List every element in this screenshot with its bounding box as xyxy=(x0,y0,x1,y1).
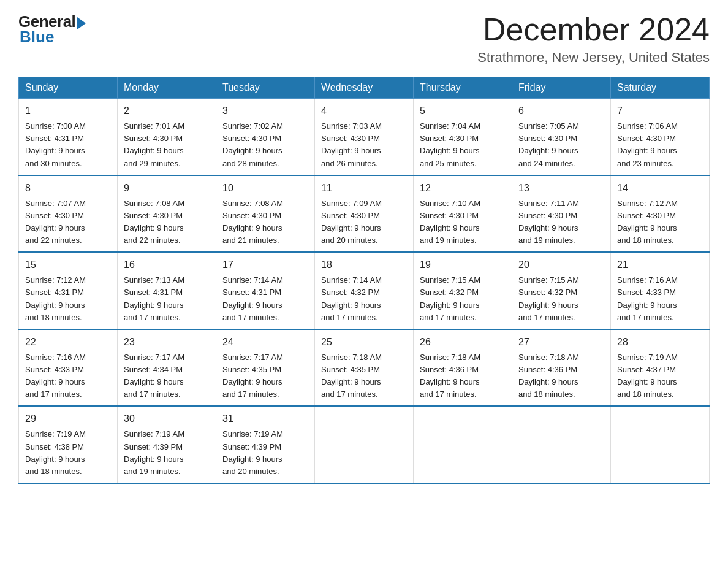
calendar-day-cell xyxy=(512,406,611,483)
calendar-day-cell: 9Sunrise: 7:08 AMSunset: 4:30 PMDaylight… xyxy=(118,175,216,253)
day-info: Sunrise: 7:13 AMSunset: 4:31 PMDaylight:… xyxy=(124,274,210,324)
day-info: Sunrise: 7:08 AMSunset: 4:30 PMDaylight:… xyxy=(124,197,210,247)
day-number: 7 xyxy=(617,104,703,118)
day-info: Sunrise: 7:11 AMSunset: 4:30 PMDaylight:… xyxy=(518,197,604,247)
calendar-week-row: 29Sunrise: 7:19 AMSunset: 4:38 PMDayligh… xyxy=(19,406,710,483)
day-number: 27 xyxy=(518,335,604,350)
calendar-day-cell: 28Sunrise: 7:19 AMSunset: 4:37 PMDayligh… xyxy=(611,329,710,407)
calendar-day-cell: 19Sunrise: 7:15 AMSunset: 4:32 PMDayligh… xyxy=(414,252,512,329)
day-info: Sunrise: 7:02 AMSunset: 4:30 PMDaylight:… xyxy=(222,120,308,170)
day-number: 20 xyxy=(518,258,604,272)
calendar-day-cell: 25Sunrise: 7:18 AMSunset: 4:35 PMDayligh… xyxy=(315,329,414,407)
day-number: 28 xyxy=(617,335,703,350)
calendar-day-cell: 29Sunrise: 7:19 AMSunset: 4:38 PMDayligh… xyxy=(19,406,118,483)
day-info: Sunrise: 7:06 AMSunset: 4:30 PMDaylight:… xyxy=(617,120,703,170)
day-info: Sunrise: 7:09 AMSunset: 4:30 PMDaylight:… xyxy=(321,197,407,247)
day-number: 11 xyxy=(321,181,407,196)
calendar-day-cell: 11Sunrise: 7:09 AMSunset: 4:30 PMDayligh… xyxy=(315,175,414,253)
day-number: 1 xyxy=(25,104,111,118)
day-number: 16 xyxy=(124,258,210,272)
logo-blue-text: Blue xyxy=(20,28,54,47)
calendar-day-cell: 10Sunrise: 7:08 AMSunset: 4:30 PMDayligh… xyxy=(216,175,315,253)
calendar-day-cell: 24Sunrise: 7:17 AMSunset: 4:35 PMDayligh… xyxy=(216,329,315,407)
day-number: 14 xyxy=(617,181,703,196)
month-title: December 2024 xyxy=(477,12,710,47)
col-saturday: Saturday xyxy=(611,77,710,99)
day-info: Sunrise: 7:19 AMSunset: 4:39 PMDaylight:… xyxy=(124,428,210,478)
day-info: Sunrise: 7:16 AMSunset: 4:33 PMDaylight:… xyxy=(25,351,111,401)
col-tuesday: Tuesday xyxy=(216,77,315,99)
calendar-day-cell: 13Sunrise: 7:11 AMSunset: 4:30 PMDayligh… xyxy=(512,175,611,253)
calendar-day-cell: 18Sunrise: 7:14 AMSunset: 4:32 PMDayligh… xyxy=(315,252,414,329)
day-info: Sunrise: 7:01 AMSunset: 4:30 PMDaylight:… xyxy=(124,120,210,170)
calendar-week-row: 22Sunrise: 7:16 AMSunset: 4:33 PMDayligh… xyxy=(19,329,710,407)
day-info: Sunrise: 7:18 AMSunset: 4:36 PMDaylight:… xyxy=(518,351,604,401)
calendar-day-cell: 30Sunrise: 7:19 AMSunset: 4:39 PMDayligh… xyxy=(118,406,216,483)
day-number: 24 xyxy=(222,335,308,350)
day-number: 17 xyxy=(222,258,308,272)
calendar-day-cell: 21Sunrise: 7:16 AMSunset: 4:33 PMDayligh… xyxy=(611,252,710,329)
day-number: 13 xyxy=(518,181,604,196)
day-number: 23 xyxy=(124,335,210,350)
day-number: 6 xyxy=(518,104,604,118)
day-number: 9 xyxy=(124,181,210,196)
day-number: 25 xyxy=(321,335,407,350)
day-number: 4 xyxy=(321,104,407,118)
calendar-day-cell: 8Sunrise: 7:07 AMSunset: 4:30 PMDaylight… xyxy=(19,175,118,253)
day-info: Sunrise: 7:15 AMSunset: 4:32 PMDaylight:… xyxy=(420,274,506,324)
calendar-week-row: 15Sunrise: 7:12 AMSunset: 4:31 PMDayligh… xyxy=(19,252,710,329)
calendar-day-cell: 5Sunrise: 7:04 AMSunset: 4:30 PMDaylight… xyxy=(414,99,512,175)
calendar-week-row: 8Sunrise: 7:07 AMSunset: 4:30 PMDaylight… xyxy=(19,175,710,253)
calendar-day-cell: 26Sunrise: 7:18 AMSunset: 4:36 PMDayligh… xyxy=(414,329,512,407)
logo-arrow-icon xyxy=(77,17,86,29)
day-number: 30 xyxy=(124,412,210,426)
calendar-week-row: 1Sunrise: 7:00 AMSunset: 4:31 PMDaylight… xyxy=(19,99,710,175)
col-monday: Monday xyxy=(118,77,216,99)
col-wednesday: Wednesday xyxy=(315,77,414,99)
day-info: Sunrise: 7:19 AMSunset: 4:39 PMDaylight:… xyxy=(222,428,308,478)
day-number: 18 xyxy=(321,258,407,272)
calendar-day-cell xyxy=(414,406,512,483)
day-info: Sunrise: 7:16 AMSunset: 4:33 PMDaylight:… xyxy=(617,274,703,324)
day-info: Sunrise: 7:17 AMSunset: 4:35 PMDaylight:… xyxy=(222,351,308,401)
col-sunday: Sunday xyxy=(19,77,118,99)
calendar-day-cell xyxy=(315,406,414,483)
day-number: 10 xyxy=(222,181,308,196)
calendar-day-cell: 31Sunrise: 7:19 AMSunset: 4:39 PMDayligh… xyxy=(216,406,315,483)
header-row: Sunday Monday Tuesday Wednesday Thursday… xyxy=(19,77,710,99)
day-number: 12 xyxy=(420,181,506,196)
calendar-header: Sunday Monday Tuesday Wednesday Thursday… xyxy=(19,77,710,99)
day-info: Sunrise: 7:07 AMSunset: 4:30 PMDaylight:… xyxy=(25,197,111,247)
calendar-day-cell: 15Sunrise: 7:12 AMSunset: 4:31 PMDayligh… xyxy=(19,252,118,329)
day-number: 2 xyxy=(124,104,210,118)
calendar-day-cell: 17Sunrise: 7:14 AMSunset: 4:31 PMDayligh… xyxy=(216,252,315,329)
day-info: Sunrise: 7:12 AMSunset: 4:31 PMDaylight:… xyxy=(25,274,111,324)
day-info: Sunrise: 7:10 AMSunset: 4:30 PMDaylight:… xyxy=(420,197,506,247)
day-number: 31 xyxy=(222,412,308,426)
day-info: Sunrise: 7:08 AMSunset: 4:30 PMDaylight:… xyxy=(222,197,308,247)
calendar-day-cell: 4Sunrise: 7:03 AMSunset: 4:30 PMDaylight… xyxy=(315,99,414,175)
day-info: Sunrise: 7:03 AMSunset: 4:30 PMDaylight:… xyxy=(321,120,407,170)
calendar-day-cell xyxy=(611,406,710,483)
calendar-day-cell: 1Sunrise: 7:00 AMSunset: 4:31 PMDaylight… xyxy=(19,99,118,175)
calendar-day-cell: 7Sunrise: 7:06 AMSunset: 4:30 PMDaylight… xyxy=(611,99,710,175)
day-info: Sunrise: 7:19 AMSunset: 4:37 PMDaylight:… xyxy=(617,351,703,401)
day-info: Sunrise: 7:05 AMSunset: 4:30 PMDaylight:… xyxy=(518,120,604,170)
day-info: Sunrise: 7:14 AMSunset: 4:32 PMDaylight:… xyxy=(321,274,407,324)
day-info: Sunrise: 7:14 AMSunset: 4:31 PMDaylight:… xyxy=(222,274,308,324)
calendar-day-cell: 12Sunrise: 7:10 AMSunset: 4:30 PMDayligh… xyxy=(414,175,512,253)
day-number: 15 xyxy=(25,258,111,272)
day-info: Sunrise: 7:12 AMSunset: 4:30 PMDaylight:… xyxy=(617,197,703,247)
day-number: 3 xyxy=(222,104,308,118)
day-number: 29 xyxy=(25,412,111,426)
day-number: 5 xyxy=(420,104,506,118)
day-info: Sunrise: 7:00 AMSunset: 4:31 PMDaylight:… xyxy=(25,120,111,170)
day-info: Sunrise: 7:15 AMSunset: 4:32 PMDaylight:… xyxy=(518,274,604,324)
day-number: 22 xyxy=(25,335,111,350)
day-info: Sunrise: 7:17 AMSunset: 4:34 PMDaylight:… xyxy=(124,351,210,401)
day-info: Sunrise: 7:18 AMSunset: 4:36 PMDaylight:… xyxy=(420,351,506,401)
day-number: 21 xyxy=(617,258,703,272)
calendar-day-cell: 22Sunrise: 7:16 AMSunset: 4:33 PMDayligh… xyxy=(19,329,118,407)
col-thursday: Thursday xyxy=(414,77,512,99)
col-friday: Friday xyxy=(512,77,611,99)
